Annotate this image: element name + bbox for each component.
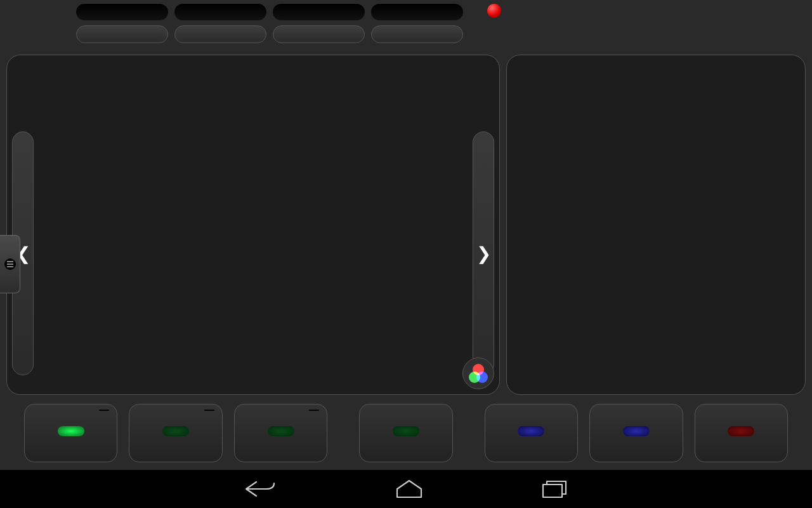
- program-2-button[interactable]: [129, 404, 222, 462]
- android-navbar: [0, 470, 812, 508]
- program-3-badge: [309, 410, 319, 411]
- output-lcd-2: [174, 4, 266, 20]
- led-icon: [518, 426, 544, 436]
- master-panel: [506, 55, 806, 395]
- led-icon: [728, 426, 754, 436]
- drawer-handle[interactable]: [0, 235, 20, 293]
- dmx-led-icon: [487, 4, 501, 18]
- freeze-button[interactable]: [589, 404, 683, 462]
- unit-button-2[interactable]: [174, 25, 266, 43]
- unit-button-3[interactable]: [273, 25, 365, 43]
- svg-rect-0: [543, 485, 562, 497]
- led-icon: [393, 426, 419, 436]
- rgb-icon: [469, 364, 488, 383]
- program-2-badge: [204, 410, 214, 411]
- bpm-button[interactable]: [485, 404, 578, 462]
- blackout-button[interactable]: [695, 404, 788, 462]
- program-1-badge: [99, 410, 109, 411]
- channel-next-button[interactable]: ❯: [473, 131, 494, 375]
- program-1-button[interactable]: [24, 404, 117, 462]
- output-lcd-1: [76, 4, 168, 20]
- led-icon: [268, 426, 294, 436]
- clear-manual-button[interactable]: [359, 404, 452, 462]
- program-3-button[interactable]: [234, 404, 327, 462]
- channel-panel: ❮ ❯: [6, 55, 500, 395]
- output-lcd-4: [371, 4, 463, 20]
- unit-button-1[interactable]: [76, 25, 168, 43]
- nav-home-icon[interactable]: [393, 478, 425, 500]
- led-icon: [623, 426, 650, 436]
- led-icon: [162, 426, 189, 436]
- output-lcd-3: [273, 4, 365, 20]
- nav-back-icon[interactable]: [241, 478, 279, 500]
- nav-recent-icon[interactable]: [539, 478, 571, 500]
- dmx-indicator: [487, 3, 501, 18]
- led-icon: [58, 426, 84, 436]
- color-picker-button[interactable]: [462, 358, 494, 389]
- unit-button-4[interactable]: [371, 25, 463, 43]
